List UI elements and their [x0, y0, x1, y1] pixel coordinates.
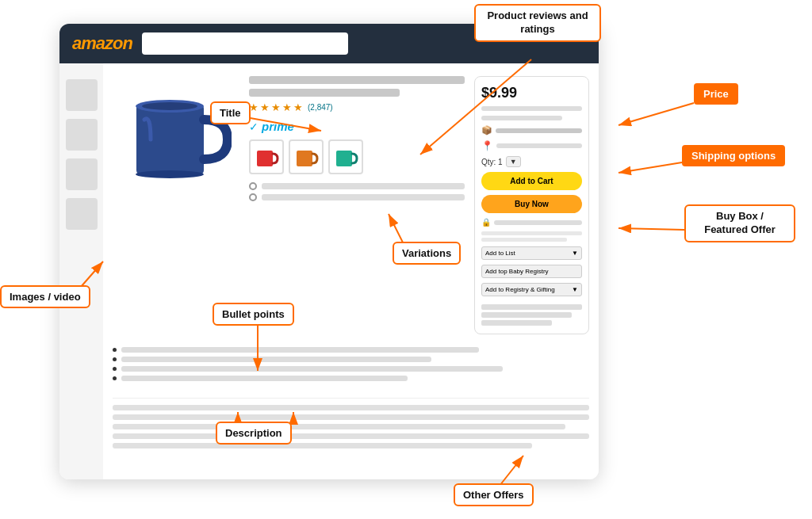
shipping-icon: 📦	[481, 125, 492, 135]
browser-content: ★ ★ ★ ★ ★ (2,847) ✓ prime	[59, 63, 599, 479]
radio-circle-2	[249, 193, 257, 201]
browser-window: amazon	[59, 24, 599, 479]
bullet-bar-2	[121, 357, 431, 362]
thumbnail-1	[66, 79, 98, 111]
add-baby-registry-btn[interactable]: Add top Baby Registry	[481, 265, 582, 278]
title-bar-2	[249, 89, 400, 97]
annotation-variations: Variations	[393, 242, 461, 265]
product-area: ★ ★ ★ ★ ★ (2,847) ✓ prime	[103, 63, 599, 479]
radio-circle-1	[249, 182, 257, 190]
radio-line-2	[262, 194, 465, 200]
radio-row-2	[249, 193, 465, 201]
bb-line-2	[481, 116, 562, 120]
small-lines-group	[481, 231, 582, 242]
offer-line-1	[481, 304, 582, 310]
svg-point-3	[136, 170, 204, 178]
offer-line-2	[481, 312, 572, 318]
search-bar[interactable]	[142, 32, 348, 55]
product-top: ★ ★ ★ ★ ★ (2,847) ✓ prime	[113, 76, 589, 334]
add-to-list-btn[interactable]: Add to List▼	[481, 246, 582, 260]
bb-line-1	[481, 106, 582, 111]
svg-point-2	[142, 102, 197, 110]
thumbnail-4	[66, 198, 98, 230]
annotation-images: Images / video	[0, 285, 90, 308]
add-registry-gifting-btn[interactable]: Add to Registry & Gifting▼	[481, 283, 582, 296]
bullet-dot-2	[113, 357, 117, 361]
star-5: ★	[293, 101, 303, 113]
bullet-bar-1	[121, 347, 479, 353]
radio-line-1	[262, 183, 465, 189]
review-count[interactable]: (2,847)	[308, 103, 333, 112]
variation-orange[interactable]	[289, 139, 324, 174]
svg-line-11	[619, 103, 694, 125]
desc-line-4	[113, 433, 589, 439]
prime-text: prime	[262, 120, 294, 133]
annotation-other-offers: Other Offers	[454, 483, 534, 506]
bullet-4	[113, 376, 589, 381]
annotation-description: Description	[216, 422, 292, 445]
annotation-title: Title	[210, 101, 251, 124]
bullet-dot-3	[113, 367, 117, 371]
svg-rect-6	[336, 151, 352, 166]
stars-row: ★ ★ ★ ★ ★ (2,847)	[249, 101, 465, 113]
qty-label: Qty: 1	[481, 158, 503, 166]
location-icon: 📍	[481, 140, 493, 151]
qty-row: Qty: 1 ▼	[481, 156, 582, 167]
bullet-bar-3	[121, 366, 503, 372]
variation-red[interactable]	[249, 139, 284, 174]
small-line-1	[481, 231, 582, 235]
annotation-buy-box: Buy Box / Featured Offer	[684, 204, 795, 242]
secure-bar	[494, 220, 582, 225]
lock-icon: 🔒	[481, 218, 491, 227]
star-2: ★	[260, 101, 270, 113]
star-4: ★	[282, 101, 292, 113]
shipping-line: 📦	[481, 125, 582, 135]
small-line-2	[481, 238, 567, 242]
star-1: ★	[249, 101, 259, 113]
product-image	[121, 76, 232, 187]
buy-now-button[interactable]: Buy Now	[481, 195, 582, 213]
prime-row: ✓ prime	[249, 120, 465, 133]
product-details: ★ ★ ★ ★ ★ (2,847) ✓ prime	[249, 76, 465, 334]
bullet-dot-4	[113, 376, 117, 380]
other-offers-lines	[481, 304, 582, 326]
bullet-bar-4	[121, 376, 408, 381]
loc-bar	[496, 143, 582, 148]
bullet-1	[113, 347, 589, 353]
bullets-section	[113, 341, 589, 391]
desc-line-2	[113, 414, 589, 420]
bullet-dot-1	[113, 348, 117, 352]
offer-line-3	[481, 320, 552, 326]
svg-rect-0	[136, 104, 204, 175]
description-section	[113, 398, 589, 459]
title-bar-1	[249, 76, 465, 84]
desc-line-1	[113, 405, 589, 410]
price: $9.99	[481, 85, 582, 101]
variations-row	[249, 139, 465, 174]
left-sidebar	[59, 63, 103, 479]
svg-line-13	[619, 228, 684, 230]
desc-line-3	[113, 424, 565, 429]
annotation-shipping: Shipping options	[682, 145, 785, 166]
variation-teal[interactable]	[328, 139, 363, 174]
annotation-reviews: Product reviews and ratings	[474, 4, 601, 42]
location-row: 📍	[481, 140, 582, 151]
svg-line-12	[619, 162, 682, 173]
thumbnail-3	[66, 158, 98, 190]
secure-row: 🔒	[481, 218, 582, 227]
annotation-bullets: Bullet points	[213, 303, 294, 326]
thumbnail-2	[66, 119, 98, 151]
amazon-logo: amazon	[72, 33, 132, 54]
bullet-2	[113, 357, 589, 362]
svg-rect-5	[297, 151, 312, 166]
bullet-3	[113, 366, 589, 372]
add-to-cart-button[interactable]: Add to Cart	[481, 172, 582, 190]
qty-select[interactable]: ▼	[506, 156, 521, 167]
desc-line-5	[113, 443, 532, 448]
ship-bar	[496, 128, 582, 133]
annotation-price: Price	[694, 83, 738, 105]
svg-rect-4	[257, 151, 273, 166]
prime-checkmark: ✓	[249, 120, 259, 133]
radio-row-1	[249, 182, 465, 190]
buy-box: $9.99 📦 📍 Qty: 1 ▼	[474, 76, 589, 334]
